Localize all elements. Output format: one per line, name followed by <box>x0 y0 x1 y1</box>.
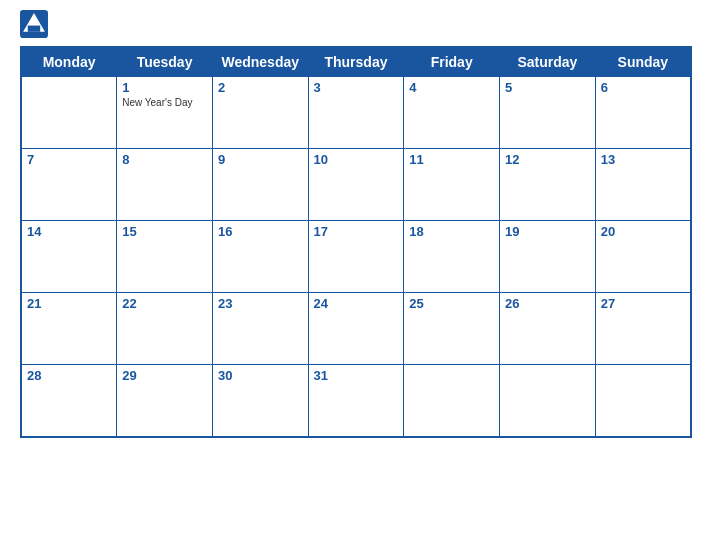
calendar-cell: 11 <box>404 149 500 221</box>
calendar-cell: 28 <box>21 365 117 437</box>
calendar-cell: 8 <box>117 149 213 221</box>
calendar-week-row: 21222324252627 <box>21 293 691 365</box>
calendar-cell: 14 <box>21 221 117 293</box>
calendar-week-row: 1New Year's Day23456 <box>21 77 691 149</box>
calendar-cell <box>500 365 596 437</box>
day-number: 24 <box>314 296 399 311</box>
day-event: New Year's Day <box>122 97 207 108</box>
calendar-cell: 4 <box>404 77 500 149</box>
top-area <box>20 10 692 40</box>
calendar-cell: 31 <box>308 365 404 437</box>
day-number: 28 <box>27 368 111 383</box>
day-number: 12 <box>505 152 590 167</box>
calendar-cell: 16 <box>212 221 308 293</box>
calendar-week-row: 14151617181920 <box>21 221 691 293</box>
calendar-week-row: 28293031 <box>21 365 691 437</box>
day-header-saturday: Saturday <box>500 47 596 77</box>
day-number: 17 <box>314 224 399 239</box>
calendar-cell: 17 <box>308 221 404 293</box>
calendar-header: MondayTuesdayWednesdayThursdayFridaySatu… <box>21 47 691 77</box>
day-header-wednesday: Wednesday <box>212 47 308 77</box>
day-number: 21 <box>27 296 111 311</box>
day-number: 23 <box>218 296 303 311</box>
calendar-cell: 15 <box>117 221 213 293</box>
calendar-cell: 20 <box>595 221 691 293</box>
calendar-cell: 10 <box>308 149 404 221</box>
calendar-cell: 24 <box>308 293 404 365</box>
day-number: 14 <box>27 224 111 239</box>
day-number: 19 <box>505 224 590 239</box>
calendar-week-row: 78910111213 <box>21 149 691 221</box>
day-number: 2 <box>218 80 303 95</box>
generalblue-icon <box>20 10 48 38</box>
calendar-cell: 21 <box>21 293 117 365</box>
day-number: 20 <box>601 224 685 239</box>
logo <box>20 10 52 38</box>
calendar-cell: 23 <box>212 293 308 365</box>
day-number: 1 <box>122 80 207 95</box>
day-number: 26 <box>505 296 590 311</box>
day-header-sunday: Sunday <box>595 47 691 77</box>
day-number: 6 <box>601 80 685 95</box>
day-header-thursday: Thursday <box>308 47 404 77</box>
calendar-cell: 18 <box>404 221 500 293</box>
day-number: 10 <box>314 152 399 167</box>
calendar-cell: 29 <box>117 365 213 437</box>
day-number: 4 <box>409 80 494 95</box>
calendar-cell: 13 <box>595 149 691 221</box>
calendar-cell <box>595 365 691 437</box>
day-header-row: MondayTuesdayWednesdayThursdayFridaySatu… <box>21 47 691 77</box>
calendar-cell: 2 <box>212 77 308 149</box>
calendar-cell: 25 <box>404 293 500 365</box>
calendar-cell <box>21 77 117 149</box>
calendar-cell: 19 <box>500 221 596 293</box>
calendar-cell <box>404 365 500 437</box>
day-number: 16 <box>218 224 303 239</box>
day-header-friday: Friday <box>404 47 500 77</box>
calendar-table: MondayTuesdayWednesdayThursdayFridaySatu… <box>20 46 692 438</box>
day-number: 8 <box>122 152 207 167</box>
day-number: 13 <box>601 152 685 167</box>
day-number: 11 <box>409 152 494 167</box>
day-header-tuesday: Tuesday <box>117 47 213 77</box>
day-number: 5 <box>505 80 590 95</box>
calendar-cell: 1New Year's Day <box>117 77 213 149</box>
calendar-cell: 5 <box>500 77 596 149</box>
calendar-cell: 27 <box>595 293 691 365</box>
day-number: 9 <box>218 152 303 167</box>
calendar-cell: 26 <box>500 293 596 365</box>
calendar-cell: 22 <box>117 293 213 365</box>
day-number: 22 <box>122 296 207 311</box>
calendar-cell: 9 <box>212 149 308 221</box>
calendar-cell: 12 <box>500 149 596 221</box>
day-number: 31 <box>314 368 399 383</box>
day-number: 7 <box>27 152 111 167</box>
calendar-body: 1New Year's Day2345678910111213141516171… <box>21 77 691 437</box>
day-number: 25 <box>409 296 494 311</box>
calendar-cell: 7 <box>21 149 117 221</box>
calendar-cell: 30 <box>212 365 308 437</box>
calendar-cell: 6 <box>595 77 691 149</box>
day-number: 29 <box>122 368 207 383</box>
day-number: 30 <box>218 368 303 383</box>
day-number: 3 <box>314 80 399 95</box>
day-number: 18 <box>409 224 494 239</box>
svg-rect-2 <box>28 26 40 32</box>
day-number: 27 <box>601 296 685 311</box>
day-number: 15 <box>122 224 207 239</box>
day-header-monday: Monday <box>21 47 117 77</box>
calendar-cell: 3 <box>308 77 404 149</box>
